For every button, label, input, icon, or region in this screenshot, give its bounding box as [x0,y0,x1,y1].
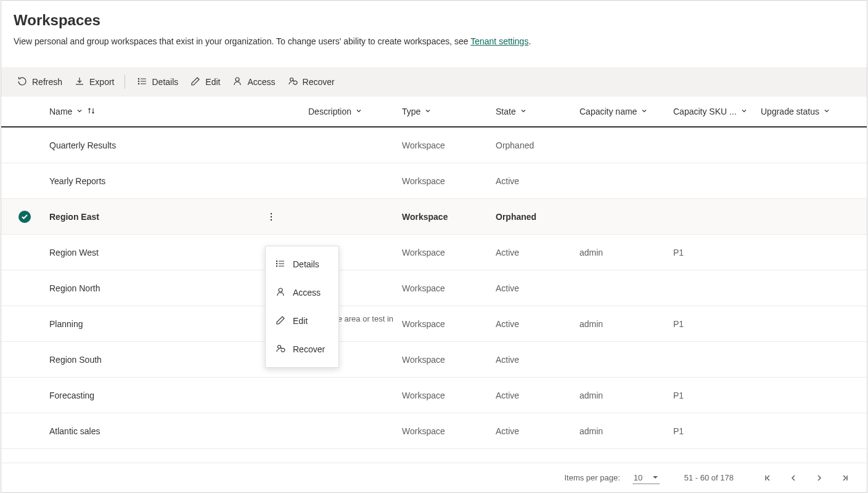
cell-name: Atlantic sales [49,426,308,436]
export-button[interactable]: Export [68,72,120,92]
col-capacityname-label: Capacity name [579,107,637,116]
items-per-page-label: Items per page: [564,473,620,482]
menu-item-recover[interactable]: Recover [266,335,338,363]
recover-icon [288,76,298,88]
download-icon [75,76,84,88]
tenant-settings-link[interactable]: Tenant settings [470,36,528,46]
table-header: Name Description Type State Capacity nam… [1,97,867,128]
more-options-button[interactable] [265,212,277,222]
svg-point-1 [138,81,139,81]
table-row[interactable]: PlanningorkSpace area or test in BBTWork… [1,306,867,342]
details-label: Details [152,77,179,87]
pager: Items per page: 10 51 - 60 of 178 [1,463,867,492]
cell-state: Active [496,391,579,400]
workspaces-table: Name Description Type State Capacity nam… [1,97,867,449]
cell-state: Active [496,283,579,293]
row-context-menu: Details Access Edit Recover [265,246,339,368]
cell-state: Orphaned [496,140,579,150]
cell-type: Workspace [402,391,496,400]
chevron-down-icon [823,107,830,116]
toolbar: Refresh Export Details Edit Access Recov… [1,67,867,97]
svg-point-8 [276,261,277,261]
recover-button[interactable]: Recover [282,72,341,92]
svg-point-5 [271,213,272,214]
pager-first-button[interactable] [763,474,772,482]
pager-next-button[interactable] [815,474,824,482]
workspace-name: Quarterly Results [49,140,116,150]
chevron-down-icon [76,107,83,116]
col-capacitysku-label: Capacity SKU ... [673,107,737,116]
workspace-name: Atlantic sales [49,426,100,436]
cell-state: Active [496,319,579,329]
access-label: Access [247,77,275,87]
svg-point-3 [235,78,239,81]
subtitle-text-pre: View personal and group workspaces that … [14,36,470,46]
page-range: 51 - 60 of 178 [684,473,734,482]
refresh-icon [17,76,27,88]
table-row[interactable]: Region EastWorkspaceOrphaned [1,199,867,235]
svg-point-7 [271,219,272,220]
col-state-label: State [496,107,516,116]
pager-last-button[interactable] [841,474,850,482]
cell-name: Yearly Reports [49,176,308,186]
pencil-icon [190,76,200,88]
table-row[interactable]: Region NorthWorkspaceActive [1,270,867,306]
col-header-description[interactable]: Description [308,107,402,116]
menu-edit-label: Edit [293,316,308,326]
workspace-name: Region West [49,248,99,257]
menu-item-details[interactable]: Details [266,250,338,278]
col-type-label: Type [402,107,420,116]
cell-type: Workspace [402,283,496,293]
pager-prev-button[interactable] [789,474,798,482]
chevron-down-icon [355,107,362,116]
svg-point-6 [271,216,272,217]
chevron-down-icon [740,107,748,116]
export-label: Export [89,77,114,87]
col-header-capacity-sku[interactable]: Capacity SKU ... [673,107,761,116]
cell-capacity-name: admin [579,391,673,400]
col-header-name[interactable]: Name [49,107,308,117]
menu-recover-label: Recover [293,344,325,354]
menu-item-edit[interactable]: Edit [266,307,338,335]
table-row[interactable]: Region WestWorkspaceActiveadminP1 [1,235,867,270]
details-button[interactable]: Details [131,72,185,92]
workspace-name: Region South [49,355,102,365]
table-row[interactable]: Yearly ReportsWorkspaceActive [1,163,867,199]
cell-capacity-sku: P1 [673,319,761,329]
cell-capacity-name: admin [579,319,673,329]
edit-button[interactable]: Edit [184,72,226,92]
col-header-upgrade-status[interactable]: Upgrade status [761,107,846,116]
menu-item-access[interactable]: Access [266,278,338,307]
chevron-down-icon [641,107,648,116]
svg-point-2 [138,83,139,84]
cell-state: Active [496,355,579,365]
cell-type: Workspace [402,140,496,150]
person-icon [232,76,242,88]
col-header-state[interactable]: State [496,107,579,116]
items-per-page-value: 10 [634,473,642,482]
table-row[interactable]: Quarterly ResultsWorkspaceOrphaned [1,128,867,163]
svg-point-9 [276,263,277,264]
menu-access-label: Access [293,288,321,298]
cell-capacity-name: admin [579,248,673,257]
recover-icon [276,344,285,355]
caret-down-icon [652,473,658,482]
table-row[interactable]: ForecastingWorkspaceActiveadminP1 [1,378,867,413]
cell-state: Orphaned [496,212,579,222]
svg-point-0 [138,78,139,79]
items-per-page-select[interactable]: 10 [633,472,660,484]
col-header-type[interactable]: Type [402,107,496,116]
col-upgradestatus-label: Upgrade status [761,107,819,116]
toolbar-separator [125,75,125,89]
table-row[interactable]: Region SouthWorkspaceActive [1,342,867,378]
col-name-label: Name [49,107,72,116]
table-row[interactable]: Atlantic salesWorkspaceActiveadminP1 [1,413,867,449]
access-button[interactable]: Access [226,72,281,92]
cell-type: Workspace [402,426,496,436]
cell-name: Forecasting [49,391,308,400]
table-body: Quarterly ResultsWorkspaceOrphanedYearly… [1,128,867,449]
col-header-capacity-name[interactable]: Capacity name [579,107,673,116]
refresh-button[interactable]: Refresh [11,72,68,92]
chevron-down-icon [520,107,527,116]
workspace-name: Region North [49,283,100,293]
